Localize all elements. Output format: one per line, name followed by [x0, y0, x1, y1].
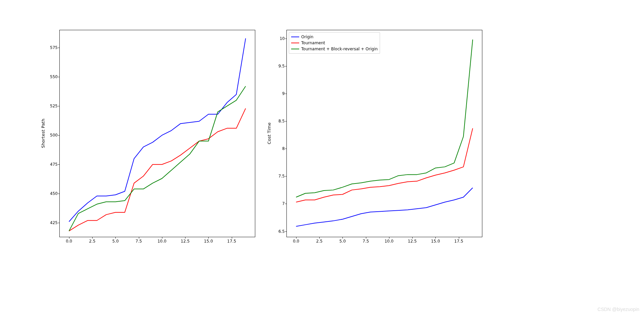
x-tick-mark [319, 237, 320, 239]
y-tick-mark [285, 121, 287, 121]
y-tick-mark [285, 149, 287, 149]
legend-item: Tournament [291, 40, 378, 46]
x-tick-mark [342, 237, 343, 239]
x-tick-label: 15.0 [204, 239, 213, 244]
y-tick-label: 500 [50, 133, 58, 138]
y-tick-mark [285, 39, 287, 39]
x-tick-mark [162, 237, 162, 239]
x-tick-mark [69, 237, 69, 239]
x-tick-label: 10.0 [384, 239, 393, 244]
plot-lines-left [60, 30, 255, 237]
legend-swatch [291, 37, 299, 37]
y-tick-label: 450 [50, 191, 58, 196]
legend-swatch [291, 49, 299, 49]
y-tick-mark [58, 164, 60, 165]
y-tick-label: 7.5 [278, 174, 285, 178]
x-tick-label: 12.5 [181, 239, 190, 244]
x-tick-mark [92, 237, 93, 239]
y-tick-label: 9.5 [278, 64, 285, 68]
y-tick-mark [58, 194, 60, 194]
x-tick-label: 5.0 [339, 239, 346, 244]
ylabel-left: Shortest Path [41, 110, 46, 157]
x-tick-label: 2.5 [89, 239, 95, 244]
y-tick-label: 475 [50, 162, 58, 167]
x-tick-mark [435, 237, 436, 239]
x-tick-mark [232, 237, 232, 239]
series-line [69, 86, 246, 231]
x-tick-mark [389, 237, 389, 239]
x-tick-label: 7.5 [136, 239, 142, 244]
y-tick-label: 425 [50, 220, 58, 225]
legend-label: Origin [301, 34, 313, 40]
y-tick-label: 6.5 [278, 229, 285, 234]
y-tick-mark [285, 204, 287, 204]
x-tick-label: 7.5 [363, 239, 369, 244]
x-tick-mark [459, 237, 459, 239]
plot-lines-right [287, 30, 482, 237]
x-tick-mark [296, 237, 297, 239]
x-tick-mark [185, 237, 185, 239]
y-tick-mark [58, 223, 60, 223]
x-tick-mark [208, 237, 209, 239]
y-tick-mark [285, 66, 287, 66]
x-tick-label: 2.5 [316, 239, 322, 244]
x-tick-label: 12.5 [408, 239, 417, 244]
watermark: CSDN @biyezuopin [597, 307, 639, 312]
series-line [296, 40, 473, 197]
y-tick-label: 575 [50, 45, 58, 50]
x-tick-label: 0.0 [66, 239, 72, 244]
legend: OriginTournamentTournament + Block-rever… [289, 32, 380, 54]
legend-item: Origin [291, 34, 378, 40]
series-line [69, 38, 246, 221]
x-tick-mark [115, 237, 116, 239]
series-line [69, 108, 246, 231]
x-tick-label: 0.0 [293, 239, 299, 244]
y-tick-mark [58, 135, 60, 136]
y-tick-label: 8.5 [278, 119, 285, 123]
x-tick-label: 17.5 [454, 239, 463, 244]
x-tick-label: 5.0 [112, 239, 119, 244]
legend-item: Tournament + Block-reversal + Origin [291, 46, 378, 52]
x-tick-mark [139, 237, 139, 239]
y-tick-mark [58, 48, 60, 48]
y-tick-label: 10 [280, 36, 285, 41]
y-tick-mark [58, 106, 60, 106]
x-tick-label: 10.0 [157, 239, 166, 244]
ylabel-right: Cost Time [267, 113, 272, 154]
y-tick-mark [285, 231, 287, 232]
y-tick-label: 7 [282, 201, 285, 206]
legend-swatch [291, 43, 299, 43]
y-tick-label: 525 [50, 104, 58, 108]
x-tick-mark [366, 237, 366, 239]
y-tick-label: 550 [50, 74, 58, 79]
figure: 0.02.55.07.510.012.515.017.5425450475500… [0, 0, 644, 314]
y-tick-mark [58, 77, 60, 77]
x-tick-mark [412, 237, 413, 239]
legend-label: Tournament + Block-reversal + Origin [301, 46, 378, 52]
x-tick-label: 17.5 [227, 239, 236, 244]
y-tick-mark [285, 94, 287, 94]
legend-label: Tournament [301, 40, 325, 46]
y-tick-label: 9 [282, 91, 285, 96]
y-tick-mark [285, 176, 287, 176]
series-line [296, 188, 473, 226]
subplot-cost-time: OriginTournamentTournament + Block-rever… [286, 30, 482, 237]
x-tick-label: 15.0 [431, 239, 440, 244]
subplot-shortest-path: 0.02.55.07.510.012.515.017.5425450475500… [59, 30, 255, 237]
y-tick-label: 8 [282, 146, 285, 151]
